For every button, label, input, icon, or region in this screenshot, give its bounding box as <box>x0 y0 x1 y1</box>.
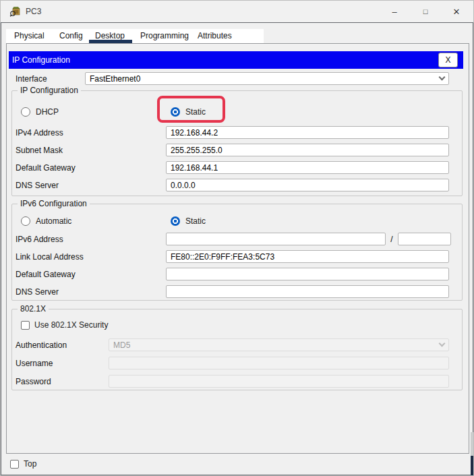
scrollbar-thumb-fragment <box>471 456 474 476</box>
authentication-label: Authentication <box>16 340 109 350</box>
dns-server-value: 0.0.0.0 <box>171 181 196 190</box>
username-input <box>109 357 449 369</box>
ipv6-configuration-legend: IPv6 Configuration <box>18 199 90 208</box>
tab-programming[interactable]: Programming <box>140 29 189 43</box>
authentication-dropdown: MD5 <box>109 338 449 351</box>
dns-server-row: DNS Server 0.0.0.0 <box>16 179 449 191</box>
subnet-mask-row: Subnet Mask 255.255.255.0 <box>16 144 449 156</box>
tab-attributes[interactable]: Attributes <box>198 29 232 43</box>
interface-value: FastEthernet0 <box>90 74 140 84</box>
username-label: Username <box>16 359 109 368</box>
ipv6-default-gateway-row: Default Gateway <box>16 268 449 280</box>
top-checkbox[interactable]: Top <box>10 459 36 469</box>
ipv6-prefix-input[interactable] <box>398 233 451 245</box>
link-local-address-input[interactable]: FE80::2E0:F9FF:FEA3:5C73 <box>166 250 449 263</box>
dns-server-input[interactable]: 0.0.0.0 <box>166 179 449 191</box>
tab-config[interactable]: Config <box>59 29 83 43</box>
ipv4-address-row: IPv4 Address 192.168.44.2 <box>16 126 449 139</box>
ipv6-dns-server-label: DNS Server <box>16 287 166 297</box>
password-label: Password <box>16 377 109 386</box>
ipv6-dns-server-row: DNS Server <box>16 285 449 298</box>
username-row: Username <box>16 357 449 369</box>
dot1x-legend: 802.1X <box>18 304 49 314</box>
ipv6-automatic-radio-label: Automatic <box>36 216 71 226</box>
packet-tracer-icon <box>9 6 21 18</box>
password-input <box>109 375 449 388</box>
dhcp-radio-label: DHCP <box>36 107 59 117</box>
ip-configuration-header: IP Configuration <box>9 51 463 69</box>
top-checkbox-label: Top <box>24 459 36 469</box>
prefix-separator: / <box>386 235 398 244</box>
ipv6-default-gateway-input[interactable] <box>166 268 449 280</box>
ipv6-default-gateway-label: Default Gateway <box>16 270 166 279</box>
maximize-button[interactable]: □ <box>410 1 441 22</box>
radio-icon <box>21 216 30 226</box>
ipv4-address-input[interactable]: 192.168.44.2 <box>166 126 449 139</box>
interface-label: Interface <box>16 74 85 84</box>
ipv6-static-radio[interactable]: Static <box>171 215 206 227</box>
default-gateway-label: Default Gateway <box>16 163 166 173</box>
ipv4-address-value: 192.168.44.2 <box>171 128 218 138</box>
authentication-value: MD5 <box>113 340 130 350</box>
ipv6-address-row: IPv6 Address / <box>16 233 449 245</box>
window-controls: – □ ✕ <box>379 1 472 22</box>
interface-dropdown[interactable]: FastEthernet0 <box>85 72 449 85</box>
link-local-address-row: Link Local Address FE80::2E0:F9FF:FEA3:5… <box>16 250 449 263</box>
radio-icon <box>21 107 30 117</box>
subnet-mask-value: 255.255.255.0 <box>171 146 223 155</box>
ipv6-automatic-radio[interactable]: Automatic <box>21 215 71 227</box>
minimize-button[interactable]: – <box>379 1 410 22</box>
use-8021x-security-checkbox[interactable]: Use 802.1X Security <box>21 320 108 330</box>
ip-configuration-legend: IP Configuration <box>18 86 81 95</box>
tab-bar: Physical Config Desktop Programming Attr… <box>6 29 264 43</box>
ipv6-address-input[interactable] <box>166 233 386 245</box>
window-title: PC3 <box>26 7 41 16</box>
link-local-address-value: FE80::2E0:F9FF:FEA3:5C73 <box>171 252 274 262</box>
ipv4-address-label: IPv4 Address <box>16 128 166 138</box>
default-gateway-row: Default Gateway 192.168.44.1 <box>16 161 449 174</box>
ipv6-dns-server-input[interactable] <box>166 285 449 298</box>
dhcp-radio[interactable]: DHCP <box>21 106 59 118</box>
close-button[interactable]: ✕ <box>441 1 472 22</box>
default-gateway-input[interactable]: 192.168.44.1 <box>166 161 449 174</box>
interface-row: Interface FastEthernet0 <box>16 72 449 85</box>
checkbox-icon <box>21 321 30 330</box>
authentication-row: Authentication MD5 <box>16 338 449 351</box>
chevron-down-icon <box>439 74 446 81</box>
pc3-window: PC3 – □ ✕ Physical Config Desktop Progra… <box>0 0 474 476</box>
link-local-address-label: Link Local Address <box>16 252 166 262</box>
default-gateway-value: 192.168.44.1 <box>171 163 218 173</box>
scrollbar-track-fragment <box>471 432 474 456</box>
ipv4-static-radio-label: Static <box>185 107 206 117</box>
radio-checked-icon <box>171 107 180 117</box>
subnet-mask-input[interactable]: 255.255.255.0 <box>166 144 449 156</box>
password-row: Password <box>16 375 449 388</box>
ipv4-static-radio[interactable]: Static <box>171 106 206 118</box>
tab-physical[interactable]: Physical <box>14 29 45 43</box>
dialog-title: IP Configuration <box>12 55 70 65</box>
ipv6-static-radio-label: Static <box>185 216 206 226</box>
chevron-down-icon <box>439 340 446 347</box>
checkbox-icon <box>10 460 19 469</box>
dialog-close-button[interactable]: X <box>438 53 458 67</box>
radio-checked-icon <box>171 216 180 226</box>
subnet-mask-label: Subnet Mask <box>16 146 166 155</box>
use-8021x-security-label: Use 802.1X Security <box>34 320 108 330</box>
dns-server-label: DNS Server <box>16 181 166 190</box>
ipv6-address-label: IPv6 Address <box>16 235 166 244</box>
